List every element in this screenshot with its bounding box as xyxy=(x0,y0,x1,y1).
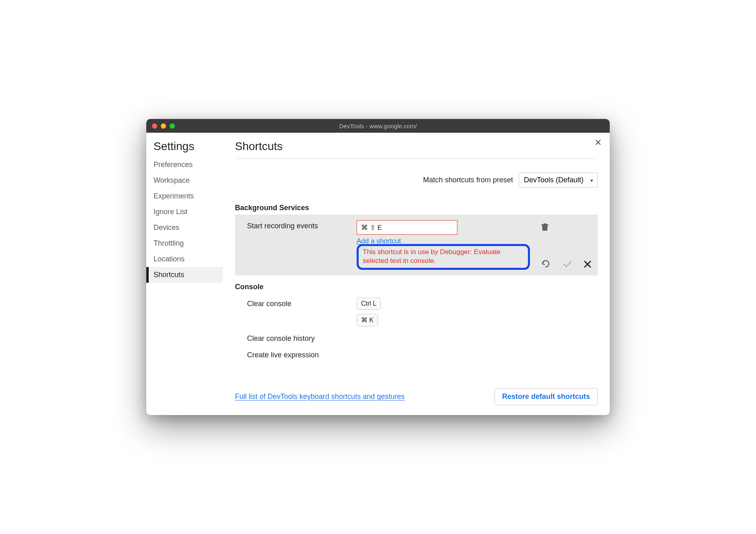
devtools-window: DevTools - www.google.com/ ✕ Settings Pr… xyxy=(146,119,610,415)
window-minimize-dot[interactable] xyxy=(161,123,166,129)
sidebar-item-devices[interactable]: Devices xyxy=(146,220,223,236)
sidebar-item-experiments[interactable]: Experiments xyxy=(146,188,223,204)
trash-icon[interactable] xyxy=(541,223,548,231)
key-chip: ⌘ K xyxy=(357,314,378,326)
console-row-clear-console-alt: ⌘ K xyxy=(235,314,598,330)
section-heading-console: Console xyxy=(235,283,598,291)
sidebar-item-workspace[interactable]: Workspace xyxy=(146,173,223,188)
console-action-label: Clear console history xyxy=(247,334,352,343)
window-zoom-dot[interactable] xyxy=(170,123,175,129)
sidebar-item-ignore-list[interactable]: Ignore List xyxy=(146,204,223,220)
main-panel: Shortcuts Match shortcuts from preset De… xyxy=(223,133,610,415)
sidebar: Settings Preferences Workspace Experimen… xyxy=(146,133,223,415)
preset-row: Match shortcuts from preset DevTools (De… xyxy=(235,173,598,188)
sidebar-item-throttling[interactable]: Throttling xyxy=(146,236,223,251)
full-list-link[interactable]: Full list of DevTools keyboard shortcuts… xyxy=(235,392,405,401)
shortcut-input-value: ⌘ ⇧ E xyxy=(361,223,382,232)
preset-value: DevTools (Default) xyxy=(524,176,584,184)
console-action-label: Create live expression xyxy=(247,351,352,359)
error-highlight-box: This shortcut is in use by Debugger: Eva… xyxy=(357,244,530,270)
console-row-live-expression[interactable]: Create live expression xyxy=(235,347,598,363)
restore-defaults-button[interactable]: Restore default shortcuts xyxy=(494,388,598,405)
edit-action-icons xyxy=(541,260,591,268)
key-chip: Ctrl L xyxy=(357,298,381,310)
preset-label: Match shortcuts from preset xyxy=(423,176,513,184)
page-title: Shortcuts xyxy=(235,140,598,159)
shortcut-row: Start recording events ⌘ ⇧ E Add a short… xyxy=(247,220,590,270)
content-area: ✕ Settings Preferences Workspace Experim… xyxy=(146,133,610,415)
sidebar-item-preferences[interactable]: Preferences xyxy=(146,157,223,173)
shortcut-editor-block: Start recording events ⌘ ⇧ E Add a short… xyxy=(235,215,598,275)
shortcut-action-label: Start recording events xyxy=(247,220,352,230)
shortcut-input[interactable]: ⌘ ⇧ E xyxy=(357,220,457,235)
titlebar: DevTools - www.google.com/ xyxy=(146,119,610,133)
shortcut-field-column: ⌘ ⇧ E Add a shortcut This shortcut is in… xyxy=(357,220,530,270)
error-message: This shortcut is in use by Debugger: Eva… xyxy=(363,248,524,265)
preset-select[interactable]: DevTools (Default) xyxy=(519,173,598,188)
add-shortcut-link[interactable]: Add a shortcut xyxy=(357,237,401,245)
close-icon[interactable]: ✕ xyxy=(594,138,602,147)
console-row-clear-console[interactable]: Clear console Ctrl L xyxy=(235,294,598,314)
window-close-dot[interactable] xyxy=(152,123,157,129)
undo-icon[interactable] xyxy=(541,260,551,268)
traffic-lights xyxy=(152,123,175,129)
section-heading-background-services: Background Services xyxy=(235,204,598,212)
cancel-icon[interactable] xyxy=(584,261,591,268)
footer-row: Full list of DevTools keyboard shortcuts… xyxy=(235,380,598,405)
console-row-clear-history[interactable]: Clear console history xyxy=(235,330,598,347)
sidebar-title: Settings xyxy=(146,140,223,157)
sidebar-item-shortcuts[interactable]: Shortcuts xyxy=(146,267,223,283)
sidebar-item-locations[interactable]: Locations xyxy=(146,251,223,267)
window-title: DevTools - www.google.com/ xyxy=(146,123,610,129)
check-icon[interactable] xyxy=(563,261,572,268)
console-action-label: Clear console xyxy=(247,300,352,308)
